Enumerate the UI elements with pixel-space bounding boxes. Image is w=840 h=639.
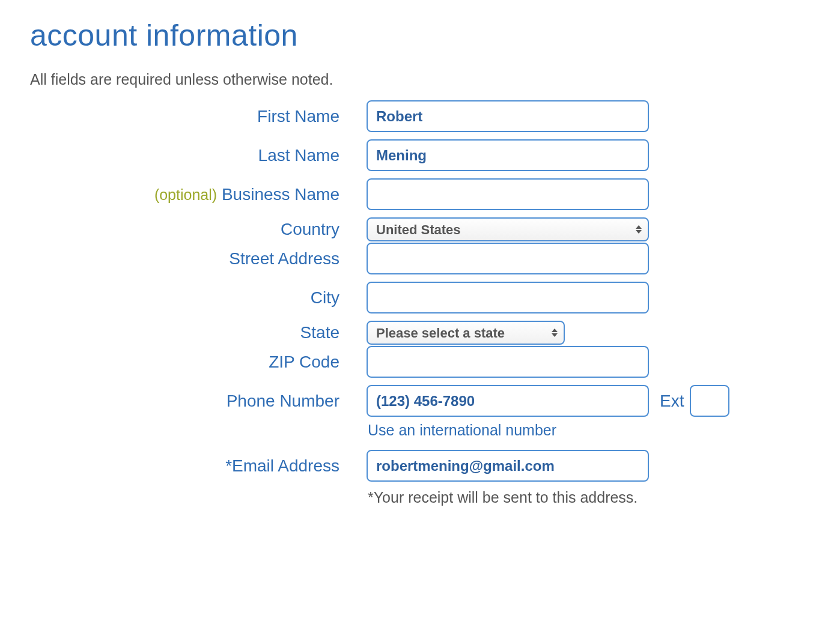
business-name-input[interactable] [367,178,649,210]
zip-label: ZIP Code [30,353,367,372]
last-name-input[interactable] [367,139,649,171]
city-input[interactable] [367,282,649,313]
ext-input[interactable] [690,385,729,417]
street-input[interactable] [367,243,649,274]
state-label: State [30,323,367,342]
country-label: Country [30,220,367,239]
first-name-label: First Name [30,107,367,126]
page-title: account information [30,18,810,53]
phone-label: Phone Number [30,392,367,411]
phone-input[interactable] [367,385,649,417]
email-label: *Email Address [30,456,367,476]
street-label: Street Address [30,249,367,268]
ext-label: Ext [660,392,684,411]
intl-number-link[interactable]: Use an international number [367,422,810,439]
first-name-input[interactable] [367,100,649,132]
zip-input[interactable] [367,346,649,378]
optional-tag: (optional) [154,186,217,203]
city-label: City [30,288,367,307]
last-name-label: Last Name [30,146,367,165]
state-select[interactable]: Please select a state [367,321,565,345]
country-select[interactable]: United States [367,217,649,241]
business-name-label: (optional) Business Name [30,185,367,204]
email-input[interactable] [367,450,649,482]
required-note: All fields are required unless otherwise… [30,71,810,88]
receipt-note: *Your receipt will be sent to this addre… [367,489,810,506]
